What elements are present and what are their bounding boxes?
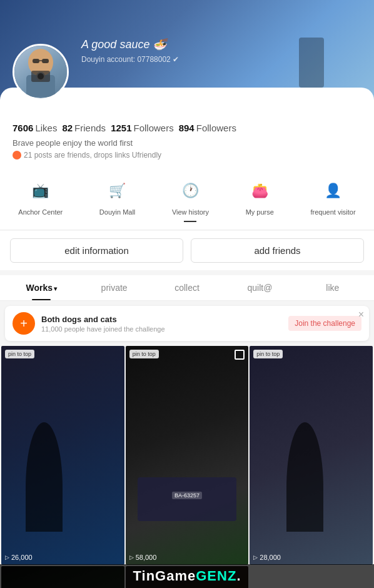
avatar — [13, 44, 69, 100]
tabs-section: Works▾ private collect quilt@ like — [0, 275, 374, 301]
tab-collect[interactable]: collect — [151, 275, 223, 300]
tab-works[interactable]: Works▾ — [5, 275, 78, 300]
video-card-3[interactable]: pin to top 28,000 — [250, 346, 373, 565]
view-history-icon: 🕐 — [176, 177, 204, 205]
profile-banner: A good sauce 🍜 Douyin account: 07788002 … — [0, 0, 374, 113]
watermark-suffix: . — [236, 568, 241, 584]
video-card-2[interactable]: BA-63257 pin to top 58,000 — [126, 346, 249, 565]
bio-link-text: 21 posts are friends, drops links Ufrien… — [24, 151, 161, 160]
video-count-2: 58,000 — [129, 554, 157, 561]
stat-friends[interactable]: 82 Friends — [62, 123, 106, 133]
icon-view-history[interactable]: 🕐 View history — [166, 175, 215, 225]
svg-rect-5 — [33, 59, 39, 63]
frequent-visitor-icon: 👤 — [320, 177, 347, 205]
view-history-underline — [184, 221, 196, 222]
challenge-subtitle: 11,000 people have joined the challenge — [41, 325, 282, 333]
my-purse-label: My purse — [246, 208, 274, 216]
challenge-title: Both dogs and cats — [41, 315, 282, 324]
banner-slogan: A good sauce 🍜 — [81, 38, 166, 51]
tab-quilt-label: quilt@ — [247, 283, 272, 293]
likes-label: Likes — [35, 123, 57, 133]
tab-like-label: like — [326, 283, 339, 293]
icon-frequent-visitor[interactable]: 👤 frequent visitor — [305, 175, 362, 225]
frequent-visitor-label: frequent visitor — [311, 208, 356, 216]
multi-photo-icon-2 — [235, 350, 245, 360]
challenge-plus-icon: + — [13, 312, 35, 335]
watermark-white: TinGame — [133, 568, 196, 584]
icon-my-purse[interactable]: 👛 My purse — [240, 175, 280, 225]
followers2-label: Followers — [196, 123, 236, 133]
bio-text: Brave people enjoy the world first — [13, 138, 361, 148]
link-dot-icon — [13, 151, 21, 160]
svg-rect-6 — [42, 59, 49, 63]
tab-collect-label: collect — [174, 283, 200, 293]
followers2-count: 894 — [179, 123, 195, 133]
icon-anchor-center[interactable]: 📺 Anchor Center — [12, 175, 69, 225]
add-friends-button[interactable]: add friends — [191, 238, 364, 263]
stats-row: 7606 Likes 82 Friends 1251 Followers 894… — [13, 123, 361, 133]
actions-section: edit information add friends — [0, 231, 374, 270]
watermark-accent: GENZ — [196, 568, 236, 584]
douyin-mall-icon: 🛒 — [104, 177, 131, 205]
anchor-center-icon: 📺 — [27, 177, 54, 205]
edit-information-button[interactable]: edit information — [10, 238, 183, 263]
icon-douyin-mall[interactable]: 🛒 Douyin Mall — [93, 175, 141, 225]
pin-badge-2: pin to top — [129, 350, 159, 358]
challenge-banner: + Both dogs and cats 11,000 people have … — [5, 306, 369, 341]
banner-figure — [299, 38, 324, 88]
friends-count: 82 — [62, 123, 73, 133]
stat-followers2[interactable]: 894 Followers — [179, 123, 236, 133]
tab-quilt[interactable]: quilt@ — [223, 275, 296, 300]
video-count-3: 28,000 — [253, 554, 281, 561]
bio-link[interactable]: 21 posts are friends, drops links Ufrien… — [13, 151, 361, 160]
tab-works-label: Works — [26, 283, 53, 293]
tab-like[interactable]: like — [296, 275, 369, 300]
person-silhouette-1 — [26, 422, 63, 532]
pin-badge-1: pin to top — [5, 350, 34, 358]
stat-likes[interactable]: 7606 Likes — [13, 123, 57, 133]
friends-label: Friends — [74, 123, 106, 133]
watermark-text: TinGameGENZ. — [133, 568, 241, 584]
banner-account: Douyin account: 07788002 ✔ — [81, 55, 179, 64]
person-silhouette-3 — [286, 422, 323, 532]
tab-works-arrow: ▾ — [54, 285, 57, 292]
icons-section: 📺 Anchor Center 🛒 Douyin Mall 🕐 View his… — [0, 166, 374, 230]
pin-badge-3: pin to top — [253, 350, 283, 358]
followers1-label: Followers — [134, 123, 174, 133]
douyin-mall-label: Douyin Mall — [99, 208, 135, 216]
video-grid: pin to top 26,000 BA-63257 pin to top 58… — [0, 346, 374, 588]
join-challenge-button[interactable]: Join the challenge — [288, 316, 361, 331]
anchor-center-label: Anchor Center — [18, 208, 63, 216]
license-plate-2: BA-63257 — [172, 492, 202, 499]
close-challenge-button[interactable]: × — [358, 310, 364, 320]
avatar-image — [14, 46, 67, 98]
my-purse-icon: 👛 — [246, 177, 273, 205]
tab-private[interactable]: private — [78, 275, 150, 300]
stat-followers1[interactable]: 1251 Followers — [111, 123, 174, 133]
watermark: TinGameGENZ. — [0, 564, 374, 588]
view-history-label: View history — [172, 208, 209, 216]
video-count-1: 26,000 — [5, 554, 33, 561]
followers1-count: 1251 — [111, 123, 131, 133]
likes-count: 7606 — [13, 123, 33, 133]
tab-private-label: private — [101, 283, 128, 293]
stats-section: 7606 Likes 82 Friends 1251 Followers 894… — [0, 113, 374, 166]
challenge-text: Both dogs and cats 11,000 people have jo… — [41, 315, 282, 333]
video-card-1[interactable]: pin to top 26,000 — [1, 346, 124, 565]
svg-point-4 — [38, 73, 44, 79]
